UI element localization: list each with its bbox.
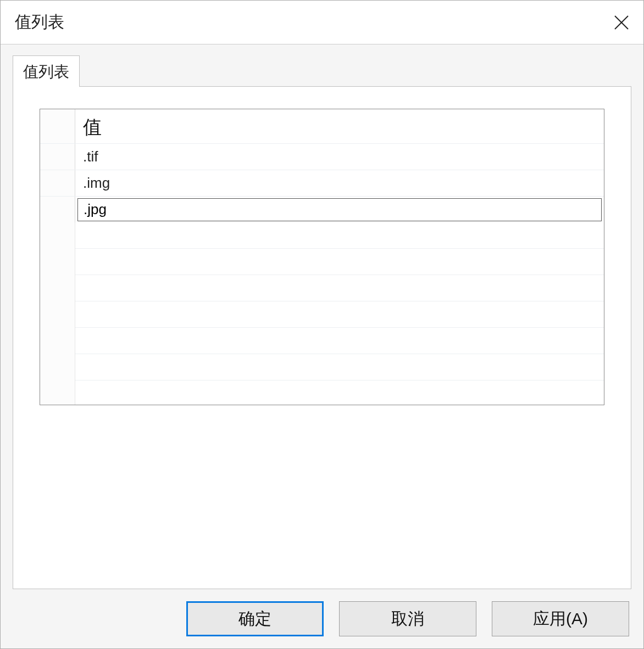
table-row[interactable] (40, 196, 604, 222)
tab-panel: 值 .tif .img (13, 86, 631, 589)
tab-value-list[interactable]: 值列表 (13, 55, 80, 87)
window-title: 值列表 (15, 11, 609, 33)
table-row[interactable]: .tif (40, 143, 604, 170)
grid-column-header[interactable]: 值 (75, 109, 604, 143)
tabstrip: 值列表 (13, 57, 631, 86)
dialog-button-row: 确定 取消 应用(A) (1, 589, 643, 648)
grid-cell[interactable]: .img (75, 170, 604, 196)
titlebar: 值列表 (1, 1, 643, 44)
dialog-body: 值列表 值 .tif .img (1, 44, 643, 589)
value-grid[interactable]: 值 .tif .img (40, 109, 604, 405)
grid-row-gutter[interactable] (40, 170, 75, 196)
grid-row-gutter[interactable] (40, 197, 75, 222)
apply-button[interactable]: 应用(A) (492, 601, 629, 636)
ok-button[interactable]: 确定 (186, 601, 324, 636)
grid-cell-editing[interactable] (75, 197, 604, 222)
grid-empty-area (40, 222, 604, 405)
close-icon[interactable] (609, 10, 634, 35)
table-row[interactable]: .img (40, 170, 604, 196)
grid-cell[interactable]: .tif (75, 144, 604, 170)
value-input[interactable] (77, 198, 602, 221)
grid-gutter-header (40, 109, 75, 143)
dialog-window: 值列表 值列表 值 .tif (0, 0, 644, 649)
grid-header-row: 值 (40, 109, 604, 143)
grid-row-gutter[interactable] (40, 144, 75, 170)
cancel-button[interactable]: 取消 (339, 601, 476, 636)
